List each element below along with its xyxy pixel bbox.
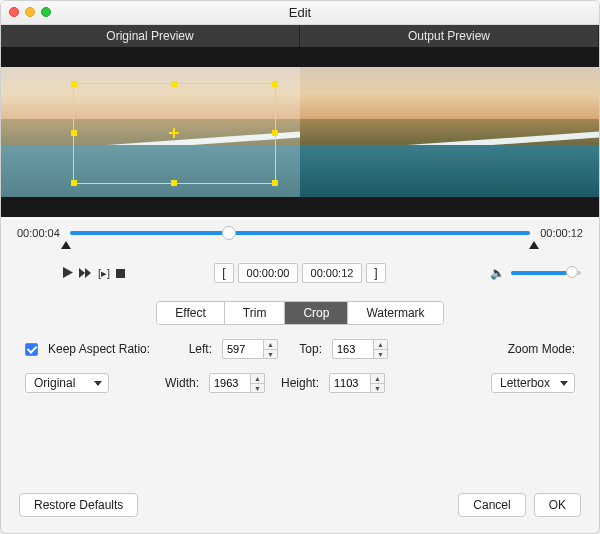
svg-marker-1	[79, 268, 85, 278]
crop-form: Keep Aspect Ratio: Left: ▲▼ Top: ▲▼ Zoom…	[1, 339, 599, 393]
output-preview-label: Output Preview	[300, 25, 599, 47]
left-stepper[interactable]: ▲▼	[222, 339, 278, 359]
range-group: [ 00:00:00 00:00:12 ]	[214, 263, 386, 283]
fast-forward-button[interactable]	[79, 266, 92, 281]
trim-markers	[1, 241, 599, 249]
out-time-field[interactable]: 00:00:12	[302, 263, 362, 283]
crop-rectangle[interactable]	[73, 83, 276, 184]
ok-button[interactable]: OK	[534, 493, 581, 517]
chevron-up-icon[interactable]: ▲	[371, 374, 384, 384]
crop-handle-bl[interactable]	[71, 180, 77, 186]
chevron-down-icon[interactable]: ▼	[374, 350, 387, 359]
top-stepper[interactable]: ▲▼	[332, 339, 388, 359]
speaker-icon[interactable]: 🔈	[490, 266, 505, 280]
height-stepper[interactable]: ▲▼	[329, 373, 385, 393]
chevron-up-icon[interactable]: ▲	[251, 374, 264, 384]
play-button[interactable]	[63, 266, 73, 281]
current-time: 00:00:04	[17, 227, 60, 239]
trim-out-marker[interactable]	[529, 241, 539, 249]
crop-handle-tc[interactable]	[171, 81, 177, 87]
chevron-down-icon[interactable]: ▼	[251, 384, 264, 393]
preview-header: Original Preview Output Preview	[1, 25, 599, 47]
next-frame-button[interactable]: [▸]	[98, 267, 110, 280]
original-preview-label: Original Preview	[1, 25, 300, 47]
keep-aspect-checkbox[interactable]	[25, 343, 38, 356]
tab-effect[interactable]: Effect	[157, 302, 224, 324]
width-label: Width:	[159, 376, 199, 390]
set-out-button[interactable]: ]	[366, 263, 386, 283]
preview-area	[1, 47, 599, 217]
output-preview	[300, 47, 599, 217]
original-preview[interactable]	[1, 47, 300, 217]
keep-aspect-label: Keep Aspect Ratio:	[48, 342, 168, 356]
original-thumbnail	[1, 67, 300, 197]
duration-time: 00:00:12	[540, 227, 583, 239]
transport-row: [▸] [ 00:00:00 00:00:12 ] 🔈	[1, 249, 599, 291]
aspect-preset-value: Original	[34, 376, 75, 390]
chevron-up-icon[interactable]: ▲	[374, 340, 387, 350]
height-label: Height:	[275, 376, 319, 390]
set-in-button[interactable]: [	[214, 263, 234, 283]
in-time-field[interactable]: 00:00:00	[238, 263, 298, 283]
volume-control: 🔈	[490, 266, 581, 280]
volume-thumb[interactable]	[566, 266, 578, 278]
width-stepper[interactable]: ▲▼	[209, 373, 265, 393]
window-controls	[9, 7, 51, 17]
left-label: Left:	[178, 342, 212, 356]
trim-in-marker[interactable]	[61, 241, 71, 249]
crop-handle-bc[interactable]	[171, 180, 177, 186]
seek-thumb[interactable]	[222, 226, 236, 240]
stop-button[interactable]	[116, 266, 125, 281]
output-thumbnail	[300, 67, 599, 197]
top-field[interactable]	[332, 339, 374, 359]
left-field[interactable]	[222, 339, 264, 359]
close-icon[interactable]	[9, 7, 19, 17]
minimize-icon[interactable]	[25, 7, 35, 17]
zoom-mode-label: Zoom Mode:	[508, 342, 575, 356]
zoom-icon[interactable]	[41, 7, 51, 17]
svg-marker-0	[63, 267, 73, 278]
chevron-up-icon[interactable]: ▲	[264, 340, 277, 350]
titlebar: Edit	[1, 1, 599, 25]
crop-handle-tr[interactable]	[272, 81, 278, 87]
crop-center-icon	[169, 128, 179, 138]
zoom-mode-value: Letterbox	[500, 376, 550, 390]
zoom-mode-select[interactable]: Letterbox	[491, 373, 575, 393]
crop-handle-br[interactable]	[272, 180, 278, 186]
restore-defaults-button[interactable]: Restore Defaults	[19, 493, 138, 517]
svg-rect-3	[116, 269, 125, 278]
timeline: 00:00:04 00:00:12	[1, 217, 599, 243]
width-field[interactable]	[209, 373, 251, 393]
tab-trim[interactable]: Trim	[225, 302, 286, 324]
window-title: Edit	[289, 5, 311, 20]
tab-crop[interactable]: Crop	[285, 302, 348, 324]
height-field[interactable]	[329, 373, 371, 393]
transport-controls: [▸]	[63, 266, 125, 281]
chevron-down-icon[interactable]: ▼	[264, 350, 277, 359]
cancel-button[interactable]: Cancel	[458, 493, 525, 517]
chevron-down-icon[interactable]: ▼	[371, 384, 384, 393]
crop-handle-rc[interactable]	[272, 130, 278, 136]
footer: Restore Defaults Cancel OK	[1, 481, 599, 533]
crop-handle-lc[interactable]	[71, 130, 77, 136]
tab-watermark[interactable]: Watermark	[348, 302, 442, 324]
aspect-preset-select[interactable]: Original	[25, 373, 109, 393]
tab-bar: Effect Trim Crop Watermark	[1, 291, 599, 339]
crop-handle-tl[interactable]	[71, 81, 77, 87]
top-label: Top:	[288, 342, 322, 356]
volume-slider[interactable]	[511, 271, 581, 275]
svg-marker-2	[85, 268, 91, 278]
edit-window: Edit Original Preview Output Preview	[0, 0, 600, 534]
seek-slider[interactable]	[70, 231, 530, 235]
